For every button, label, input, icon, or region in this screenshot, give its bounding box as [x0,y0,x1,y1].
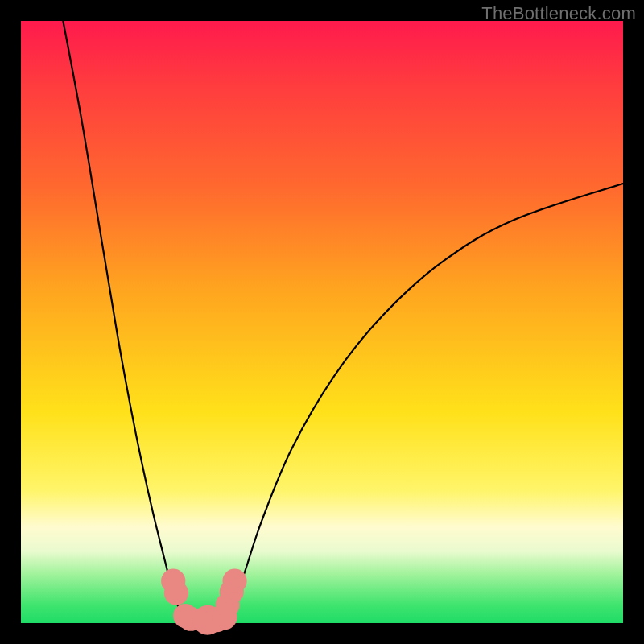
watermark-text: TheBottleneck.com [481,3,636,24]
curve-left-curve [63,21,196,620]
chart-frame: TheBottleneck.com [0,0,644,644]
data-point [222,569,246,593]
chart-svg [21,21,623,623]
curve-layer [63,21,623,621]
data-point [164,581,188,605]
marker-layer [161,569,246,635]
curve-right-curve [220,184,623,620]
chart-plot-area [21,21,623,623]
